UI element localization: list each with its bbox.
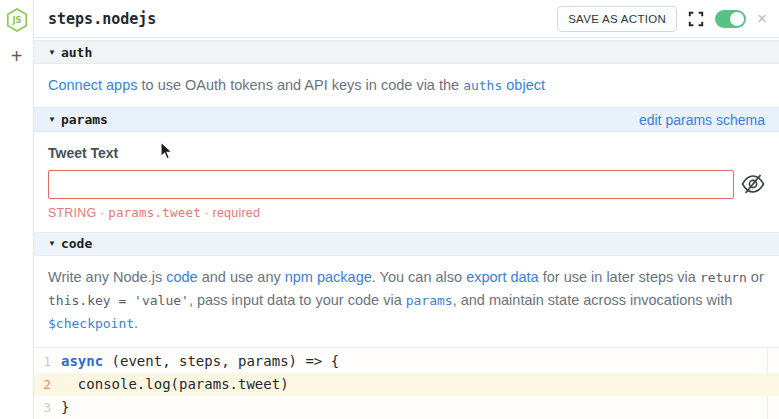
line-number: 3 <box>34 396 61 419</box>
params-section-label: params <box>61 112 108 127</box>
tweet-text-input[interactable] <box>48 170 734 199</box>
auth-section-label: auth <box>61 45 92 60</box>
field-path: params.tweet <box>108 205 201 220</box>
auth-section-header[interactable]: ▼ auth <box>34 40 779 64</box>
collapse-triangle-icon: ▼ <box>48 48 56 57</box>
params-link[interactable]: params <box>406 293 453 308</box>
add-step-button[interactable]: + <box>11 46 23 66</box>
line-number: 2 <box>34 373 61 396</box>
save-as-action-button[interactable]: SAVE AS ACTION <box>557 6 677 32</box>
field-type: STRING <box>48 206 96 220</box>
step-panel: steps.nodejs SAVE AS ACTION × ▼ auth Con… <box>34 0 779 419</box>
tweet-text-row <box>48 161 765 199</box>
auth-description: Connect apps to use OAuth tokens and API… <box>34 64 779 107</box>
step-title: steps.nodejs <box>48 10 156 28</box>
left-rail: JS + <box>0 0 34 419</box>
collapse-triangle-icon: ▼ <box>48 239 56 248</box>
field-required: required <box>213 206 260 220</box>
eye-slash-icon[interactable] <box>741 172 765 196</box>
line-number: 1 <box>34 350 61 373</box>
code-section-label: code <box>61 236 92 251</box>
connect-apps-link[interactable]: Connect apps <box>48 77 137 93</box>
step-header: steps.nodejs SAVE AS ACTION × <box>34 0 779 38</box>
thiskey-code: this.key = 'value' <box>48 293 189 308</box>
code-section-header[interactable]: ▼ code <box>34 232 779 256</box>
code-line-3[interactable]: 3 } <box>34 396 779 419</box>
step-enabled-toggle[interactable] <box>715 10 746 28</box>
return-code: return <box>700 270 747 285</box>
tweet-text-label: Tweet Text <box>48 145 765 161</box>
code-line-1[interactable]: 1 async (event, steps, params) => { <box>34 350 779 373</box>
close-icon[interactable]: × <box>757 11 767 27</box>
params-content: Tweet Text STRING · params.tweet · requi… <box>34 132 779 232</box>
header-actions: SAVE AS ACTION × <box>557 6 767 32</box>
auths-object-link-text[interactable]: object <box>502 77 545 93</box>
code-doc-link[interactable]: code <box>166 269 197 285</box>
auth-description-text: to use OAuth tokens and API keys in code… <box>137 77 463 93</box>
async-keyword: async <box>61 353 103 369</box>
step-editor: JS + steps.nodejs SAVE AS ACTION × ▼ aut… <box>0 0 779 419</box>
npm-package-link[interactable]: npm package <box>285 269 372 285</box>
nodejs-icon: JS <box>6 8 28 32</box>
checkpoint-link[interactable]: $checkpoint <box>48 316 134 331</box>
toggle-knob <box>730 12 744 26</box>
params-section-header[interactable]: ▼ params edit params schema <box>34 107 779 131</box>
svg-text:JS: JS <box>11 15 21 25</box>
field-meta: STRING · params.tweet · required <box>48 205 765 220</box>
code-line-2[interactable]: 2 console.log(params.tweet) <box>34 373 779 396</box>
collapse-triangle-icon: ▼ <box>48 115 56 124</box>
auths-object-link[interactable]: auths <box>463 78 502 93</box>
code-description: Write any Node.js code and use any npm p… <box>34 256 779 347</box>
edit-params-schema-link[interactable]: edit params schema <box>639 112 765 128</box>
code-editor[interactable]: 1 async (event, steps, params) => { 2 co… <box>34 347 779 419</box>
export-data-link[interactable]: export data <box>466 269 539 285</box>
fullscreen-icon[interactable] <box>688 11 704 27</box>
